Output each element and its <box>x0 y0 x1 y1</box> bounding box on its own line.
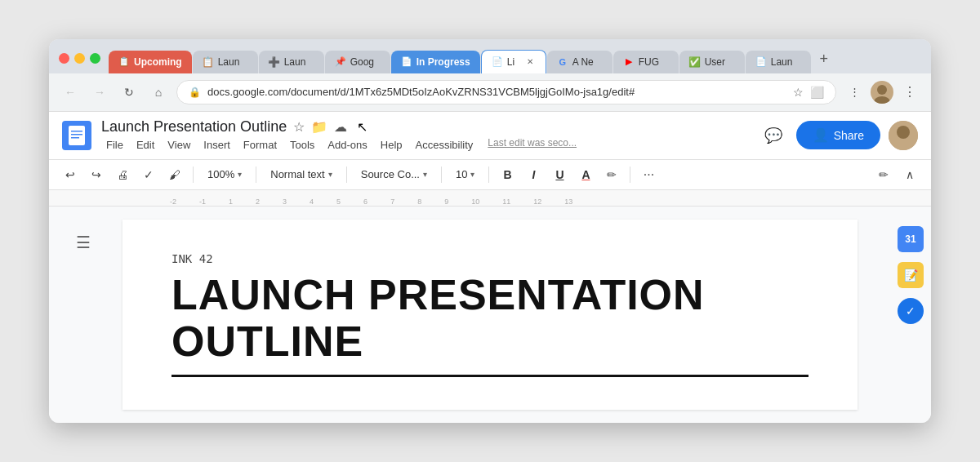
pip-icon[interactable]: ⬜ <box>810 86 824 99</box>
new-tab-button[interactable]: + <box>812 47 836 72</box>
paint-format-button[interactable]: 🖌 <box>163 163 186 186</box>
tab-laun1-label: Laun <box>218 56 240 68</box>
minimize-traffic-light[interactable] <box>74 53 85 64</box>
address-bar[interactable]: 🔒 docs.google.com/document/d/1MTx6z5MDt5… <box>176 80 836 104</box>
tab-upcoming-label: Upcoming <box>134 56 182 68</box>
menu-tools[interactable]: Tools <box>285 137 319 153</box>
undo-button[interactable]: ↩ <box>59 163 82 186</box>
user-tab-icon: ✅ <box>689 56 701 68</box>
font-size-dropdown[interactable]: 10 ▾ <box>448 164 482 184</box>
menu-addons[interactable]: Add-ons <box>323 137 372 153</box>
back-button[interactable]: ← <box>59 81 82 104</box>
tab-fugu-label: FUG <box>639 56 659 68</box>
user-avatar-nav[interactable] <box>871 81 893 104</box>
nav-bar: ← → ↻ ⌂ 🔒 docs.google.com/document/d/1MT… <box>49 73 931 112</box>
menu-view[interactable]: View <box>163 137 195 153</box>
zoom-dropdown[interactable]: 100% ▾ <box>200 164 249 184</box>
svg-rect-4 <box>71 134 82 135</box>
menu-edit[interactable]: Edit <box>131 137 159 153</box>
docs-app-icon <box>62 121 91 150</box>
tab-fugu[interactable]: ▶ FUG <box>613 51 679 73</box>
ruler: -2 -1 1 2 3 4 5 6 7 8 9 10 11 12 13 <box>49 190 931 207</box>
share-button[interactable]: 👤 Share <box>796 121 880 149</box>
extensions-button[interactable]: ⋮ <box>843 81 866 104</box>
tab-laun1[interactable]: 📋 Laun <box>193 51 258 73</box>
tasks-widget[interactable]: ✓ <box>898 298 924 324</box>
tab-laun3-label: Laun <box>771 56 793 68</box>
folder-icon[interactable]: 📁 <box>311 119 327 135</box>
ruler-inner: -2 -1 1 2 3 4 5 6 7 8 9 10 11 12 13 <box>170 190 595 206</box>
outline-icon[interactable]: ☰ <box>76 233 96 252</box>
font-value: Source Co... <box>361 168 420 180</box>
tab-laun2[interactable]: ➕ Laun <box>259 51 324 73</box>
zoom-caret-icon: ▾ <box>238 170 242 179</box>
collapse-toolbar-button[interactable]: ∧ <box>898 163 921 186</box>
doc-area: ☰ INK 42 LAUNCH PRESENTATION OUTLINE 31 … <box>49 207 931 423</box>
menu-insert[interactable]: Insert <box>198 137 235 153</box>
tab-a-ne[interactable]: G A Ne <box>547 51 612 73</box>
edit-mode-button[interactable]: ✏ <box>872 163 895 186</box>
tab-goog[interactable]: 📌 Goog <box>325 51 390 73</box>
share-label: Share <box>834 129 864 142</box>
tab-upcoming[interactable]: 📋 Upcoming <box>109 51 192 73</box>
tab-active-label: Li <box>507 56 514 68</box>
cloud-icon[interactable]: ☁ <box>334 119 347 135</box>
user-avatar-app[interactable] <box>889 121 918 150</box>
maximize-traffic-light[interactable] <box>90 53 100 64</box>
menu-accessibility[interactable]: Accessibility <box>411 137 479 153</box>
redo-button[interactable]: ↪ <box>85 163 108 186</box>
toolbar-divider-4 <box>441 167 442 183</box>
tab-user[interactable]: ✅ User <box>679 51 745 73</box>
doc-page[interactable]: INK 42 LAUNCH PRESENTATION OUTLINE <box>122 220 858 410</box>
svg-point-7 <box>897 126 910 139</box>
italic-button[interactable]: I <box>522 163 545 186</box>
svg-rect-2 <box>69 126 85 145</box>
font-dropdown[interactable]: Source Co... ▾ <box>354 164 434 184</box>
tab-in-progress[interactable]: 📄 In Progress <box>391 51 480 73</box>
svg-rect-3 <box>71 131 82 132</box>
doc-main-title: LAUNCH PRESENTATION OUTLINE <box>172 272 808 365</box>
toolbar-divider-5 <box>488 167 489 183</box>
zoom-value: 100% <box>207 168 234 180</box>
star-icon[interactable]: ☆ <box>293 119 305 135</box>
menu-format[interactable]: Format <box>238 137 282 153</box>
bookmark-icon[interactable]: ☆ <box>793 86 804 99</box>
calendar-widget[interactable]: 31 <box>898 226 924 252</box>
share-icon: 👤 <box>813 127 829 143</box>
tab-laun2-label: Laun <box>284 56 306 68</box>
tab-active-doc[interactable]: 📄 Li ✕ <box>481 50 546 73</box>
menu-file[interactable]: File <box>101 137 128 153</box>
bold-button[interactable]: B <box>496 163 519 186</box>
last-edit-text: Last edit was seco... <box>488 137 577 153</box>
text-color-button[interactable]: A <box>574 163 597 186</box>
reload-button[interactable]: ↻ <box>118 81 140 104</box>
nav-extras: ⋮ ⋮ <box>843 81 921 104</box>
tab-laun3[interactable]: 📄 Laun <box>746 51 811 73</box>
close-traffic-light[interactable] <box>59 53 69 64</box>
app-bar-right: 💬 👤 Share <box>759 121 918 150</box>
underline-button[interactable]: U <box>548 163 571 186</box>
print-button[interactable]: 🖨 <box>111 163 134 186</box>
home-button[interactable]: ⌂ <box>147 81 170 104</box>
tab-close-button[interactable]: ✕ <box>524 56 536 68</box>
doc-title-icons: ☆ 📁 ☁ <box>293 119 347 135</box>
font-caret-icon: ▾ <box>423 170 427 179</box>
spell-check-button[interactable]: ✓ <box>137 163 160 186</box>
toolbar-divider-6 <box>630 167 630 183</box>
traffic-lights <box>59 53 100 73</box>
more-options-button[interactable]: ··· <box>637 163 660 186</box>
laun3-tab-icon: 📄 <box>755 56 767 68</box>
forward-button[interactable]: → <box>88 81 111 104</box>
text-style-caret-icon: ▾ <box>328 170 332 179</box>
comment-button[interactable]: 💬 <box>759 121 788 150</box>
doc-title: Launch Presentation Outline <box>101 118 287 135</box>
sticky-notes-widget[interactable]: 📝 <box>898 262 924 288</box>
highlight-button[interactable]: ✏ <box>600 163 623 186</box>
menu-help[interactable]: Help <box>376 137 408 153</box>
upcoming-tab-icon: 📋 <box>118 56 130 68</box>
in-progress-tab-icon: 📄 <box>401 56 412 68</box>
menu-button[interactable]: ⋮ <box>898 81 921 104</box>
cursor-indicator: ↖ <box>357 119 368 135</box>
text-style-dropdown[interactable]: Normal text ▾ <box>263 164 339 184</box>
toolbar-divider-1 <box>193 167 194 183</box>
